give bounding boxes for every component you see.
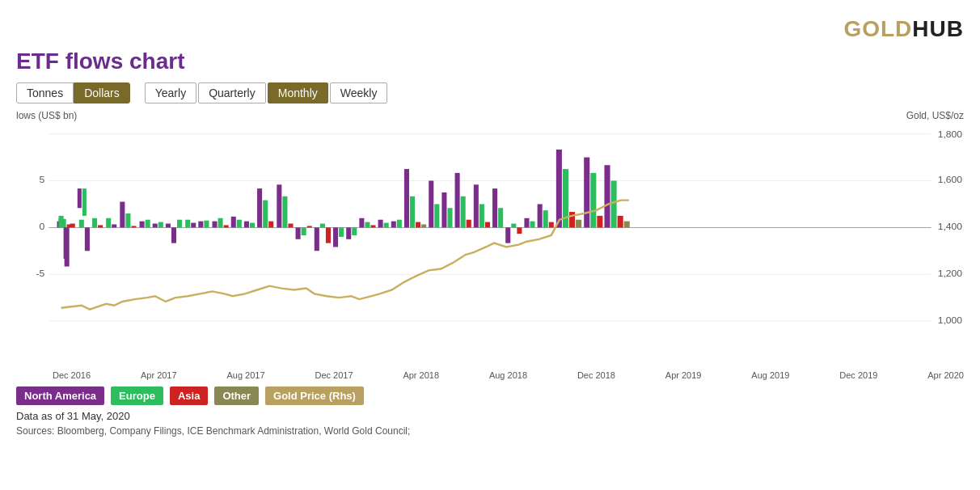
svg-rect-102 <box>576 220 581 228</box>
svg-text:0: 0 <box>40 222 45 233</box>
svg-rect-80 <box>434 204 439 227</box>
controls-row: Tonnes Dollars Yearly Quarterly Monthly … <box>16 82 964 103</box>
svg-rect-105 <box>597 216 602 227</box>
svg-text:5: 5 <box>40 175 45 186</box>
period-quarterly-button[interactable]: Quarterly <box>198 82 266 103</box>
svg-rect-109 <box>624 222 630 228</box>
svg-rect-27 <box>92 218 97 228</box>
svg-rect-61 <box>315 227 319 251</box>
period-monthly-button[interactable]: Monthly <box>268 82 328 103</box>
svg-rect-59 <box>302 227 306 235</box>
legend-gold-price-swatch: Gold Price (Rhs) <box>265 387 364 405</box>
x-label-apr2017: Apr 2017 <box>141 370 177 380</box>
legend-europe: Europe <box>111 387 163 405</box>
x-label-apr2018: Apr 2018 <box>403 370 439 380</box>
svg-text:1,400: 1,400 <box>938 222 963 233</box>
axis-right-label: Gold, US$/oz <box>906 110 964 121</box>
svg-rect-78 <box>421 225 426 228</box>
svg-rect-18 <box>82 188 87 216</box>
period-group: Yearly Quarterly Monthly Weekly <box>145 82 388 103</box>
svg-rect-95 <box>530 222 535 228</box>
svg-rect-97 <box>543 210 548 227</box>
unit-tonnes-button[interactable]: Tonnes <box>16 82 74 103</box>
svg-rect-34 <box>140 222 145 228</box>
chart-svg-wrapper: 5 0 -5 1,800 1,600 1,400 1,200 1,000 <box>16 126 964 344</box>
svg-rect-31 <box>120 202 125 228</box>
svg-rect-28 <box>98 225 103 227</box>
period-weekly-button[interactable]: Weekly <box>330 82 388 103</box>
svg-rect-67 <box>352 227 357 235</box>
svg-rect-75 <box>404 169 409 227</box>
svg-rect-70 <box>370 225 375 227</box>
svg-rect-60 <box>307 226 312 227</box>
svg-rect-103 <box>584 158 589 228</box>
svg-text:1,000: 1,000 <box>938 315 963 326</box>
svg-rect-85 <box>467 220 471 228</box>
legend-asia: Asia <box>170 387 208 405</box>
svg-rect-32 <box>125 213 130 227</box>
svg-rect-41 <box>185 220 190 228</box>
svg-rect-40 <box>177 220 182 228</box>
svg-rect-57 <box>288 224 293 228</box>
svg-rect-25 <box>79 220 84 228</box>
svg-rect-58 <box>296 227 301 239</box>
chart-area: lows (US$ bn) Gold, US$/oz 5 0 -5 1,800 … <box>16 110 964 369</box>
logo-hub: HUB <box>912 16 964 41</box>
svg-rect-44 <box>204 221 209 228</box>
svg-rect-45 <box>212 222 217 228</box>
svg-rect-33 <box>131 226 136 227</box>
svg-rect-94 <box>524 218 529 228</box>
svg-rect-22 <box>59 216 64 227</box>
svg-rect-68 <box>359 218 364 228</box>
svg-rect-81 <box>441 192 446 227</box>
svg-rect-83 <box>455 173 460 228</box>
logo-gold: GOLD <box>843 16 912 41</box>
x-label-aug2018: Aug 2018 <box>489 370 527 380</box>
svg-rect-73 <box>391 222 396 228</box>
svg-rect-55 <box>277 184 281 227</box>
svg-rect-24 <box>70 224 75 228</box>
x-label-apr2020: Apr 2020 <box>927 370 964 380</box>
svg-rect-37 <box>158 222 163 228</box>
svg-rect-43 <box>198 222 203 228</box>
svg-rect-36 <box>153 224 158 228</box>
unit-group: Tonnes Dollars <box>16 82 130 103</box>
x-label-aug2017: Aug 2017 <box>226 370 264 380</box>
page-title: ETF flows chart <box>16 49 184 74</box>
x-label-dec2019: Dec 2019 <box>839 370 877 380</box>
svg-rect-82 <box>447 208 452 227</box>
svg-rect-106 <box>604 165 610 227</box>
x-label-aug2019: Aug 2019 <box>751 370 789 380</box>
unit-dollars-button[interactable]: Dollars <box>74 82 130 103</box>
svg-rect-84 <box>461 196 466 228</box>
legend-asia-swatch: Asia <box>170 387 208 405</box>
svg-rect-87 <box>479 204 484 227</box>
svg-rect-101 <box>569 212 575 227</box>
svg-rect-76 <box>410 196 415 228</box>
svg-rect-91 <box>505 227 510 243</box>
svg-rect-52 <box>257 188 262 227</box>
svg-rect-29 <box>106 218 111 228</box>
svg-rect-39 <box>171 227 176 243</box>
svg-rect-49 <box>237 220 242 228</box>
legend-north-america: North America <box>16 387 104 405</box>
x-label-dec2018: Dec 2018 <box>577 370 615 380</box>
svg-rect-35 <box>146 220 150 228</box>
svg-rect-26 <box>85 227 90 251</box>
svg-rect-69 <box>365 222 370 228</box>
period-yearly-button[interactable]: Yearly <box>145 82 196 103</box>
svg-text:1,200: 1,200 <box>938 268 963 279</box>
svg-rect-62 <box>320 224 325 228</box>
sources: Sources: Bloomberg, Company Filings, ICE… <box>16 425 964 437</box>
svg-rect-42 <box>191 223 196 228</box>
legend-other: Other <box>214 387 259 405</box>
svg-rect-98 <box>549 222 554 228</box>
legend-gold-price: Gold Price (Rhs) <box>265 387 364 405</box>
legend-row: North America Europe Asia Other Gold Pri… <box>16 387 964 405</box>
svg-rect-74 <box>397 220 402 228</box>
svg-rect-23 <box>65 227 70 266</box>
svg-rect-63 <box>326 227 331 243</box>
svg-rect-86 <box>474 184 479 227</box>
svg-rect-71 <box>378 220 383 228</box>
legend-other-swatch: Other <box>214 387 259 405</box>
